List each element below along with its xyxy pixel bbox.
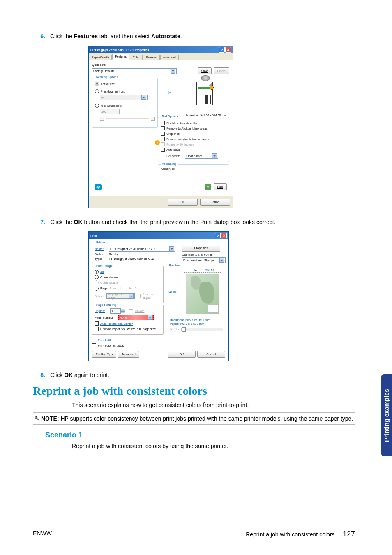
- printer-name-dropdown[interactable]: HP Designjet Z6200 60in HPGL2: [109, 246, 175, 252]
- new-badge-icon: ✦: [155, 140, 160, 145]
- subset-dropdown: All pages in range: [106, 293, 135, 299]
- rollwidth-dropdown[interactable]: From printer: [185, 153, 218, 159]
- remove-top-label: Remove top/bottom blank areas: [166, 127, 207, 130]
- range-all-label: All: [100, 270, 104, 274]
- step-body: Click the OK button and check that the p…: [50, 219, 355, 225]
- rollwidth-label: Roll width:: [166, 155, 185, 157]
- roll-icon: [201, 75, 210, 81]
- page-footer: ENWW Reprint a job with consistent color…: [33, 530, 355, 539]
- quicksets-dropdown[interactable]: Factory Defaults: [92, 68, 177, 74]
- note-body: NOTE: HP supports color consistency betw…: [41, 415, 355, 422]
- copies-label: Copies:: [95, 309, 110, 313]
- ok-button[interactable]: OK: [168, 351, 196, 358]
- remove-margins-check[interactable]: [161, 137, 165, 141]
- reverse-check: [137, 294, 141, 298]
- doc-dimensions: Document: 605.7 x 939.1 mm: [170, 318, 223, 322]
- preview-area: ✂ Printed on: 941.00 x 594.00 mm.: [158, 78, 229, 117]
- page-preview: [196, 82, 213, 105]
- help-icon[interactable]: ?: [219, 47, 225, 53]
- disable-cutter-check[interactable]: [161, 121, 165, 125]
- comments-dropdown[interactable]: Document and Stamps: [182, 257, 226, 263]
- cancel-button[interactable]: Cancel: [200, 199, 230, 206]
- range-currentview-radio[interactable]: [95, 275, 99, 279]
- disable-cutter-label: Disable automatic cutter: [166, 122, 197, 125]
- print-black-label: Print color as black: [98, 344, 124, 347]
- printer-group-title: Printer: [95, 240, 106, 244]
- autorotate-check[interactable]: [161, 148, 165, 152]
- close-icon[interactable]: ✕: [225, 47, 231, 53]
- dialog-title: Print: [90, 234, 97, 238]
- choose-paper-check[interactable]: [95, 327, 99, 331]
- text: .: [180, 33, 182, 39]
- tab-advanced[interactable]: Advanced: [160, 55, 179, 60]
- cancel-button[interactable]: Cancel: [197, 351, 225, 358]
- map-legend: [208, 305, 219, 313]
- tab-features[interactable]: Features: [112, 54, 129, 60]
- refresh-icon[interactable]: ↻: [205, 184, 211, 190]
- tab-paper-quality[interactable]: Paper/Quality: [89, 55, 112, 60]
- advanced-button[interactable]: Advanced: [118, 351, 139, 358]
- actual-size-label: Actual size: [101, 83, 115, 86]
- scaling-dropdown[interactable]: None: [118, 314, 154, 320]
- slider-right-icon: [151, 117, 155, 121]
- subset-label: Subset:: [95, 294, 106, 298]
- account-id-input[interactable]: [161, 171, 204, 176]
- printing-tips-button[interactable]: Printing Tips: [92, 351, 116, 358]
- save-button[interactable]: Save: [198, 67, 212, 74]
- from-input[interactable]: 1: [118, 286, 128, 291]
- reprint-heading: Reprint a job with consistent colors: [33, 384, 355, 398]
- tab-color[interactable]: Color: [130, 55, 143, 60]
- chevron-down-icon: [141, 95, 146, 100]
- quicksets-label: Quick sets:: [92, 63, 229, 66]
- resizing-group-title: Resizing Options: [95, 76, 119, 79]
- lamp-icon: [210, 86, 214, 90]
- scenario-text: Reprint a job with consistent colors by …: [72, 443, 355, 449]
- paper-dimensions: Paper: 593.7 x 841.0 mm: [170, 322, 223, 326]
- chevron-down-icon: [169, 246, 174, 251]
- range-pages-label: Pages: [100, 287, 109, 290]
- remove-top-check[interactable]: [161, 126, 165, 130]
- side-tab: Printing examples: [381, 374, 392, 456]
- page-slider[interactable]: [181, 328, 223, 331]
- footer-right-text: Reprint a job with consistent colors: [246, 531, 334, 538]
- copies-stepper[interactable]: [121, 309, 125, 313]
- chevron-down-icon: [148, 315, 152, 320]
- roll-options-title: Roll Options: [161, 115, 179, 118]
- status-value: Ready: [109, 252, 118, 256]
- help-button[interactable]: Help: [214, 183, 227, 190]
- ok-button[interactable]: OK: [168, 199, 198, 206]
- print-on-radio[interactable]: [95, 89, 99, 93]
- rotate90-label: Rotate by 90 degrees: [166, 143, 194, 146]
- pct-radio[interactable]: [95, 104, 99, 108]
- chevron-down-icon: [129, 294, 134, 298]
- properties-button[interactable]: Properties: [182, 245, 220, 252]
- footer-left: ENWW: [33, 530, 52, 539]
- chevron-down-icon: [212, 153, 217, 158]
- status-label: Status:: [95, 252, 109, 256]
- close-icon[interactable]: ✕: [221, 233, 227, 238]
- autorotate-label: Autorotate: [166, 148, 180, 151]
- range-all-radio[interactable]: [95, 270, 99, 274]
- actual-size-radio[interactable]: [95, 82, 99, 86]
- hp-logo-icon: hp: [95, 184, 102, 190]
- copies-input[interactable]: 1: [110, 308, 121, 314]
- range-pages-radio[interactable]: [95, 287, 99, 291]
- account-id-label: Account id:: [161, 167, 226, 170]
- to-input[interactable]: 1: [134, 286, 144, 291]
- crop-check[interactable]: [161, 132, 165, 136]
- print-black-check[interactable]: [92, 343, 96, 347]
- range-currentpage-radio: [95, 280, 99, 284]
- type-label: Type:: [95, 257, 109, 261]
- range-currentview-label: Current view: [100, 275, 118, 279]
- accounting-title: Accounting: [161, 162, 178, 165]
- collate-check: [129, 309, 133, 313]
- scissors-icon: ✂: [168, 90, 172, 95]
- range-currentpage-label: Current page: [100, 281, 118, 284]
- autorotate-center-check[interactable]: [95, 321, 99, 326]
- print-to-file-label: Print to file: [98, 338, 112, 342]
- delete-button: Delete: [214, 67, 229, 74]
- scaling-label: Page Scaling:: [95, 316, 118, 319]
- help-icon[interactable]: ?: [215, 233, 221, 238]
- tab-services[interactable]: Services: [143, 55, 160, 60]
- print-to-file-check[interactable]: [92, 338, 96, 342]
